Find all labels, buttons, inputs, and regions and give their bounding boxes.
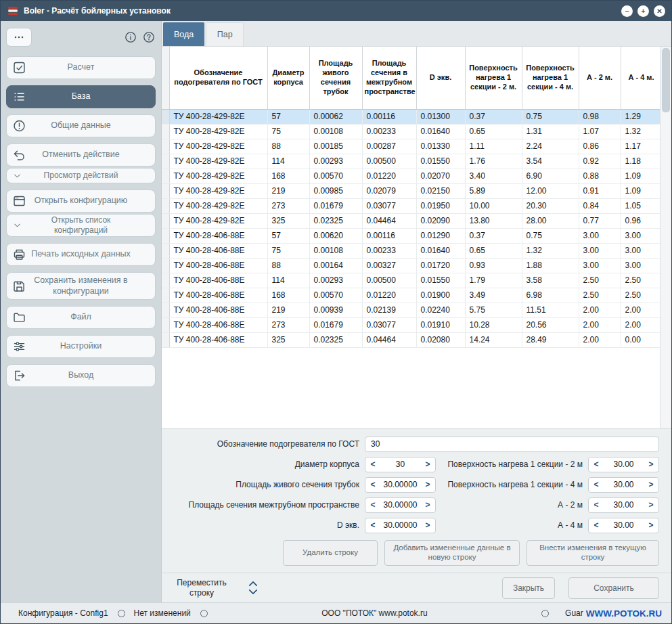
stepper-decrement-icon[interactable]: < (591, 478, 601, 492)
stepper-decrement-icon[interactable]: < (591, 458, 601, 472)
sidebar-item-save-config-changes[interactable]: Сохранить изменения в конфигурации (6, 272, 156, 300)
close-button[interactable]: ✕ (654, 5, 665, 17)
sidebar-item-print-source-data[interactable]: Печать исходных данных (6, 243, 156, 266)
table-row[interactable]: ТУ 400-28-429-82Е880.001850.002870.01330… (162, 139, 662, 154)
table-cell: 1.18 (621, 154, 662, 169)
table-row[interactable]: ТУ 400-28-429-82Е2730.016790.030770.0195… (162, 198, 662, 213)
stepper-decrement-icon[interactable]: < (368, 498, 378, 512)
scrollbar-thumb[interactable] (662, 48, 670, 112)
row-handle[interactable] (162, 109, 169, 124)
stepper-decrement-icon[interactable]: < (368, 478, 378, 492)
maximize-button[interactable]: + (637, 5, 649, 17)
minimize-button[interactable]: – (621, 5, 633, 17)
row-handle[interactable] (162, 198, 169, 213)
table-row[interactable]: ТУ 400-28-429-82Е570.000620.001160.01300… (162, 109, 662, 124)
column-header[interactable]: Поверхность нагрева 1 секции - 4 м. (522, 47, 579, 109)
sidebar-item-settings[interactable]: Настройки (6, 335, 156, 358)
stepper-increment-icon[interactable]: > (646, 498, 656, 512)
row-handle[interactable] (162, 139, 169, 154)
chevron-down-icon (12, 221, 22, 231)
table-cell: 0.00116 (362, 109, 416, 124)
table-row[interactable]: ТУ 400-28-429-82Е3250.023250.044640.0209… (162, 213, 662, 228)
table-row[interactable]: ТУ 400-28-429-82Е2190.009850.020790.0215… (162, 183, 662, 198)
vertical-scrollbar[interactable] (660, 47, 671, 428)
table-row[interactable]: ТУ 400-28-406-88Е750.001080.002330.01640… (162, 243, 662, 258)
table-row[interactable]: ТУ 400-28-429-82Е1680.005700.012200.0207… (162, 169, 662, 183)
data-table: Обозначение подогревателя по ГОСТДиаметр… (162, 47, 663, 348)
sidebar-item-undo-action[interactable]: Отменить действие (6, 143, 156, 166)
stepper-increment-icon[interactable]: > (646, 478, 656, 492)
row-handle[interactable] (162, 243, 169, 258)
field-label: Площадь сечения межтрубном пространстве (170, 500, 365, 510)
table-row[interactable]: ТУ 400-28-406-88Е3250.023250.044640.0208… (162, 332, 662, 347)
row-handle[interactable] (162, 169, 169, 183)
table-cell: 1.09 (621, 169, 662, 183)
stepper-increment-icon[interactable]: > (423, 518, 432, 533)
tab-steam[interactable]: Пар (206, 22, 244, 46)
table-row[interactable]: ТУ 400-28-429-82Е750.001080.002330.01640… (162, 124, 662, 139)
table-cell: 0.00233 (362, 243, 416, 258)
row-handle[interactable] (162, 288, 169, 303)
sidebar-item-view-actions[interactable]: Просмотр действий (6, 168, 156, 183)
designation-input[interactable] (365, 437, 659, 452)
column-header[interactable]: D экв. (416, 47, 465, 109)
stepper-decrement-icon[interactable]: < (368, 518, 378, 533)
status-indicator (541, 610, 549, 617)
table-row[interactable]: ТУ 400-28-406-88Е880.001640.003270.01720… (162, 258, 662, 273)
sidebar-item-base[interactable]: База (6, 85, 156, 108)
row-handle[interactable] (162, 273, 169, 288)
stepper-increment-icon[interactable]: > (646, 458, 656, 472)
delete-row-button[interactable]: Удалить строку (283, 540, 378, 566)
column-header[interactable]: Площадь сечения в межтрубном пространств… (362, 47, 416, 109)
close-dialog-button[interactable]: Закрыть (502, 577, 555, 599)
sidebar-item-file[interactable]: Файл (6, 306, 156, 329)
status-indicator (200, 610, 208, 617)
move-row-up-button[interactable] (247, 581, 259, 587)
stepper-increment-icon[interactable]: > (646, 518, 656, 533)
table-row[interactable]: ТУ 400-28-406-88Е1680.005700.012200.0190… (162, 288, 662, 303)
column-header[interactable]: Площадь живого сечения трубок (309, 47, 362, 109)
sidebar-item-open-config-list[interactable]: Открыть список конфигураций (6, 214, 156, 237)
sidebar-item-exit[interactable]: Выход (6, 364, 156, 387)
row-handle[interactable] (162, 228, 169, 243)
exclamation-icon (12, 119, 26, 133)
stepper-decrement-icon[interactable]: < (591, 518, 601, 533)
save-button[interactable]: Сохранить (568, 577, 659, 599)
stepper-increment-icon[interactable]: > (423, 498, 432, 512)
tab-water[interactable]: Вода (163, 22, 204, 46)
column-header[interactable]: Поверхность нагрева 1 секции - 2 м. (465, 47, 522, 109)
stepper-decrement-icon[interactable]: < (591, 498, 601, 512)
table-row[interactable]: ТУ 400-28-406-88Е2730.016790.030770.0191… (162, 317, 662, 332)
row-handle[interactable] (162, 303, 169, 317)
table-row[interactable]: ТУ 400-28-406-88Е1140.002930.005000.0155… (162, 273, 662, 288)
column-header[interactable]: Диаметр корпуса (267, 47, 309, 109)
apply-current-button[interactable]: Внести изменения в текущую строку (527, 540, 659, 566)
row-handle[interactable] (162, 183, 169, 198)
row-handle[interactable] (162, 124, 169, 139)
table-row[interactable]: ТУ 400-28-406-88Е2190.009390.021390.0224… (162, 303, 662, 317)
table-cell: 2.00 (579, 303, 621, 317)
row-handle[interactable] (162, 258, 169, 273)
stepper-decrement-icon[interactable]: < (368, 458, 378, 472)
table-cell: 1.17 (621, 139, 662, 154)
row-handle[interactable] (162, 213, 169, 228)
sidebar-item-calc[interactable]: Расчет (6, 56, 156, 79)
help-icon[interactable] (142, 30, 156, 44)
column-header[interactable]: А - 2 м. (579, 47, 621, 109)
stepper-increment-icon[interactable]: > (423, 478, 432, 492)
sidebar-item-general-data[interactable]: Общие данные (6, 114, 156, 137)
potok-link[interactable]: WWW.POTOK.RU (586, 608, 662, 619)
table-row[interactable]: ТУ 400-28-406-88Е570.006200.001160.01290… (162, 228, 662, 243)
row-handle[interactable] (162, 154, 169, 169)
menu-button[interactable] (6, 28, 32, 47)
move-row-down-button[interactable] (247, 589, 259, 595)
column-header[interactable]: А - 4 м. (621, 47, 662, 109)
add-changed-button[interactable]: Добавить измененные данные в новую строк… (384, 540, 520, 566)
column-header[interactable]: Обозначение подогревателя по ГОСТ (169, 47, 267, 109)
info-icon[interactable] (124, 30, 137, 44)
stepper-increment-icon[interactable]: > (423, 458, 432, 472)
row-handle[interactable] (162, 332, 169, 347)
sidebar-item-open-config[interactable]: Открыть конфигурацию (6, 190, 156, 213)
table-row[interactable]: ТУ 400-28-429-82Е1140.002930.005000.0155… (162, 154, 662, 169)
row-handle[interactable] (162, 317, 169, 332)
